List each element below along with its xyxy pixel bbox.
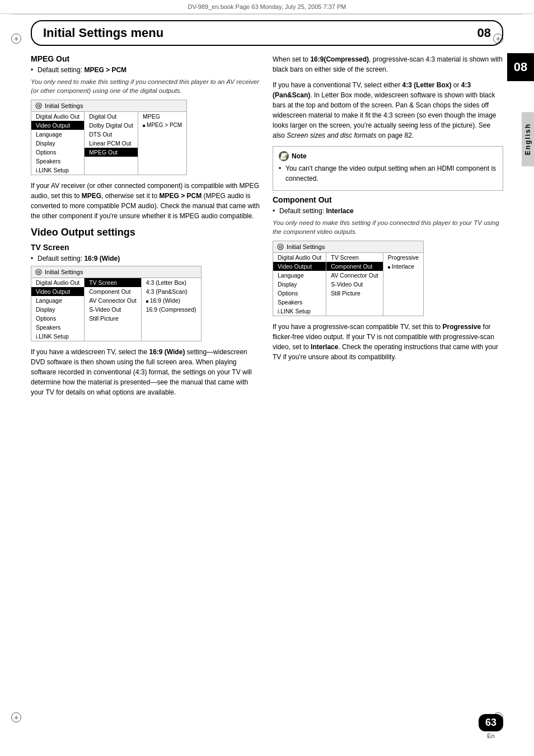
chapter-number: 08 <box>477 26 491 40</box>
tv-screen-body: If you have a widescreen TV, select the … <box>31 347 261 397</box>
page-lang: En <box>487 732 494 739</box>
component-out-settings-box: Initial Settings Digital Audio Out Video… <box>273 241 424 316</box>
main-content: MPEG Out Default setting: MPEG > PCM You… <box>0 46 534 411</box>
settings-box-header-2: Initial Settings <box>31 266 201 278</box>
tv-screen-section: TV Screen Default setting: 16:9 (Wide) <box>31 243 261 397</box>
val-compressed: 16:9 (Compressed) <box>142 305 201 314</box>
video-output-section: Video Output settings TV Screen Default … <box>31 227 261 397</box>
mpeg-out-title: MPEG Out <box>31 54 261 63</box>
language-sidebar: English <box>522 112 534 166</box>
mpeg-out-italic: You only need to make this setting if yo… <box>31 77 261 95</box>
settings-menu-col-3: Digital Audio Out Video Output Language … <box>273 253 326 316</box>
val-wide: 16:9 (Wide) <box>142 296 201 305</box>
svg-point-3 <box>38 271 40 273</box>
menu2-display: Display <box>31 305 84 314</box>
settings-box-content-2: Digital Audio Out Video Output Language … <box>31 278 201 341</box>
menu-video-output: Video Output <box>31 121 84 130</box>
svg-point-2 <box>36 269 41 275</box>
mpeg-out-body: If your AV receiver (or other connected … <box>31 181 261 221</box>
menu3-ilink: i.LINK Setup <box>273 307 326 316</box>
menu3-language: Language <box>273 271 326 280</box>
settings-values-col-2: 4:3 (Letter Box) 4:3 (Pan&Scan) 16:9 (Wi… <box>142 278 201 341</box>
component-out-italic: You only need to make this setting if yo… <box>273 218 503 236</box>
sub3-av-connector: AV Connector Out <box>326 271 382 280</box>
top-bar-text: DV-989_en.book Page 63 Monday, July 25, … <box>188 3 346 10</box>
chapter-tab: 08 <box>507 53 534 81</box>
settings-box-title-1: Initial Settings <box>45 102 83 109</box>
settings-values-col-3: Progressive Interlace <box>383 253 423 316</box>
mpeg-out-section: MPEG Out Default setting: MPEG > PCM You… <box>31 54 261 221</box>
val-panscan: 4:3 (Pan&Scan) <box>142 287 201 296</box>
top-divider <box>11 14 523 15</box>
menu2-digital-audio: Digital Audio Out <box>31 278 84 287</box>
val-mpeg-pcm: MPEG > PCM <box>138 121 186 129</box>
menu2-video-output: Video Output <box>31 287 84 296</box>
sub-mpeg-out: MPEG Out <box>85 148 138 157</box>
component-out-section: Component Out Default setting: Interlace… <box>273 195 503 362</box>
menu2-options: Options <box>31 314 84 323</box>
svg-point-4 <box>278 244 283 250</box>
menu-speakers: Speakers <box>31 157 84 166</box>
settings-box-content-3: Digital Audio Out Video Output Language … <box>273 253 423 316</box>
settings-submenu-col-2: TV Screen Component Out AV Connector Out… <box>85 278 141 341</box>
sub2-av-connector: AV Connector Out <box>85 296 140 305</box>
sub3-still: Still Picture <box>326 289 382 298</box>
val-letterbox: 4:3 (Letter Box) <box>142 278 201 287</box>
sub2-svideo: S-Video Out <box>85 305 140 314</box>
right-body-2: If you have a conventional TV, select ei… <box>273 80 503 140</box>
menu3-options: Options <box>273 289 326 298</box>
left-column: MPEG Out Default setting: MPEG > PCM You… <box>31 54 261 403</box>
note-box: 📝 Note You can't change the video output… <box>273 146 503 191</box>
note-header: 📝 Note <box>279 151 497 161</box>
settings-menu-col-2: Digital Audio Out Video Output Language … <box>31 278 85 341</box>
settings-box-title-2: Initial Settings <box>45 269 83 275</box>
menu2-language: Language <box>31 296 84 305</box>
menu-display: Display <box>31 139 84 148</box>
settings-icon-3 <box>277 243 284 251</box>
sub2-component: Component Out <box>85 287 140 296</box>
sub-dts: DTS Out <box>85 130 138 139</box>
page-header: Initial Settings menu 08 <box>31 20 503 46</box>
svg-point-1 <box>38 105 40 107</box>
settings-submenu-col-1: Digital Out Dolby Digital Out DTS Out Li… <box>85 112 138 175</box>
val-progressive: Progressive <box>383 253 423 262</box>
settings-box-content-1: Digital Audio Out Video Output Language … <box>31 112 186 175</box>
tv-screen-default: Default setting: 16:9 (Wide) <box>31 253 261 264</box>
mpeg-out-default: Default setting: MPEG > PCM <box>31 65 261 75</box>
page-number: 63 <box>479 714 503 731</box>
settings-menu-col-1: Digital Audio Out Video Output Language … <box>31 112 85 175</box>
note-label: Note <box>292 152 307 160</box>
settings-box-header-3: Initial Settings <box>273 241 423 253</box>
svg-point-5 <box>279 246 282 248</box>
page-container: DV-989_en.book Page 63 Monday, July 25, … <box>0 0 534 756</box>
sub-linear: Linear PCM Out <box>85 139 138 148</box>
menu-digital-audio: Digital Audio Out <box>31 112 84 121</box>
page-footer: 63 En <box>479 714 503 739</box>
top-bar: DV-989_en.book Page 63 Monday, July 25, … <box>0 0 534 14</box>
menu-ilink: i.LINK Setup <box>31 166 84 175</box>
settings-box-title-3: Initial Settings <box>287 243 325 250</box>
val-interlace: Interlace <box>383 262 423 271</box>
page-title: Initial Settings menu <box>43 26 477 40</box>
sub2-still: Still Picture <box>85 314 140 323</box>
note-icon: 📝 <box>279 151 289 161</box>
menu-options: Options <box>31 148 84 157</box>
component-out-default: Default setting: Interlace <box>273 206 503 216</box>
settings-box-header-1: Initial Settings <box>31 100 186 112</box>
tv-screen-title: TV Screen <box>31 243 261 252</box>
component-out-title: Component Out <box>273 195 503 204</box>
menu2-speakers: Speakers <box>31 323 84 332</box>
menu3-display: Display <box>273 280 326 289</box>
mpeg-out-settings-box: Initial Settings Digital Audio Out Video… <box>31 100 187 175</box>
component-out-body: If you have a progressive-scan compatibl… <box>273 322 503 362</box>
settings-submenu-col-3: TV Screen Component Out AV Connector Out… <box>326 253 383 316</box>
right-body-1: When set to 16:9(Compressed), progressiv… <box>273 54 503 74</box>
sub2-tv-screen: TV Screen <box>85 278 140 287</box>
sub3-component: Component Out <box>326 262 382 271</box>
sub3-svideo: S-Video Out <box>326 280 382 289</box>
menu-language: Language <box>31 130 84 139</box>
menu3-digital-audio: Digital Audio Out <box>273 253 326 262</box>
menu3-speakers: Speakers <box>273 298 326 307</box>
sub3-tv-screen: TV Screen <box>326 253 382 262</box>
video-output-title: Video Output settings <box>31 227 261 238</box>
